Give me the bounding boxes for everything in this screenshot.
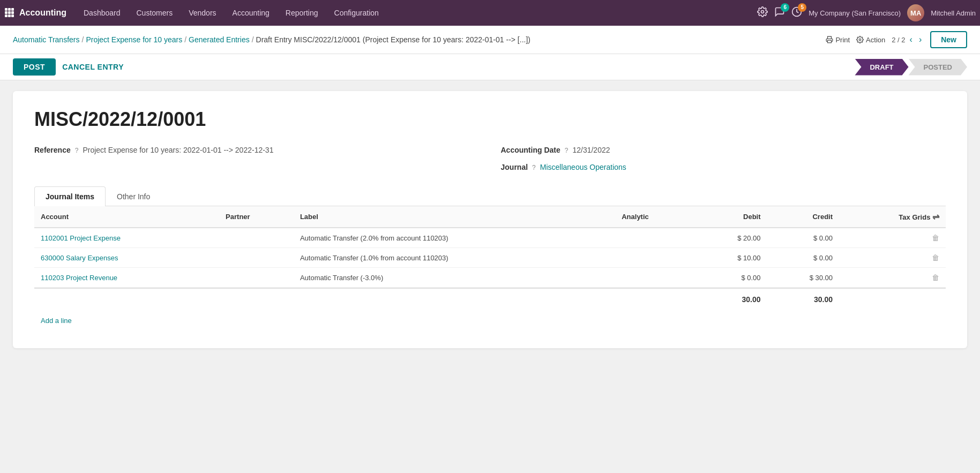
accounting-date-row: Accounting Date ? 12/31/2022 bbox=[501, 146, 946, 154]
journal-value[interactable]: Miscellaneous Operations bbox=[540, 163, 626, 171]
action-bar: POST CANCEL ENTRY DRAFT POSTED bbox=[0, 54, 980, 80]
accounting-date-label: Accounting Date bbox=[501, 146, 560, 154]
svg-rect-4 bbox=[8, 11, 11, 14]
totals-last bbox=[839, 288, 946, 310]
tab-bar: Journal Items Other Info bbox=[34, 186, 946, 206]
cell-account-0: 1102001 Project Expense bbox=[34, 228, 219, 248]
col-header-credit: Credit bbox=[767, 206, 839, 228]
cell-analytic-2 bbox=[615, 268, 695, 288]
cell-label-2: Automatic Transfer (-3.0%) bbox=[294, 268, 615, 288]
svg-point-12 bbox=[859, 39, 861, 41]
cell-debit-2: $ 0.00 bbox=[695, 268, 767, 288]
top-menu: Dashboard Customers Vendors Accounting R… bbox=[76, 5, 756, 20]
svg-point-9 bbox=[761, 10, 764, 13]
breadcrumb-link-2[interactable]: Generated Entries bbox=[189, 35, 250, 44]
col-header-debit: Debit bbox=[695, 206, 767, 228]
nav-configuration[interactable]: Configuration bbox=[327, 5, 386, 20]
delete-icon-1[interactable]: 🗑 bbox=[932, 253, 939, 262]
svg-rect-0 bbox=[5, 8, 8, 11]
form-card: MISC/2022/12/0001 Reference ? Project Ex… bbox=[13, 91, 967, 348]
avatar[interactable]: MA bbox=[907, 4, 924, 21]
table-row: 630000 Salary Expenses Automatic Transfe… bbox=[34, 248, 946, 268]
svg-rect-6 bbox=[5, 14, 8, 17]
breadcrumb: Automatic Transfers / Project Expense fo… bbox=[13, 35, 826, 44]
app-brand: Accounting bbox=[19, 8, 66, 18]
col-header-account: Account bbox=[34, 206, 219, 228]
cell-debit-0: $ 20.00 bbox=[695, 228, 767, 248]
form-col-left: Reference ? Project Expense for 10 years… bbox=[34, 146, 480, 171]
top-navigation: Accounting Dashboard Customers Vendors A… bbox=[0, 0, 980, 26]
tab-other-info[interactable]: Other Info bbox=[106, 186, 161, 206]
reference-label: Reference bbox=[34, 146, 71, 154]
breadcrumb-link-0[interactable]: Automatic Transfers bbox=[13, 35, 80, 44]
action-button[interactable]: Action bbox=[856, 36, 885, 44]
cell-analytic-0 bbox=[615, 228, 695, 248]
totals-spacer bbox=[34, 288, 695, 310]
nav-reporting[interactable]: Reporting bbox=[278, 5, 326, 20]
cell-delete-0[interactable]: 🗑 bbox=[839, 228, 946, 248]
topnav-right-area: 6 5 My Company (San Francisco) MA Mitche… bbox=[757, 4, 976, 21]
username: Mitchell Admin bbox=[931, 9, 976, 17]
total-credit: 30.00 bbox=[767, 288, 839, 310]
chat-icon-btn[interactable]: 6 bbox=[774, 6, 785, 20]
status-stepper: DRAFT POSTED bbox=[855, 59, 967, 76]
breadcrumb-sep-0: / bbox=[82, 35, 84, 44]
form-fields: Reference ? Project Expense for 10 years… bbox=[34, 146, 946, 171]
main-content: MISC/2022/12/0001 Reference ? Project Ex… bbox=[0, 80, 980, 359]
pagination-prev[interactable]: ‹ bbox=[908, 34, 915, 46]
svg-rect-8 bbox=[11, 14, 14, 17]
status-posted[interactable]: POSTED bbox=[909, 59, 967, 76]
journal-table: Account Partner Label Analytic Debit Cre… bbox=[34, 206, 946, 310]
breadcrumb-link-1[interactable]: Project Expense for 10 years bbox=[86, 35, 182, 44]
delete-icon-0[interactable]: 🗑 bbox=[932, 234, 939, 242]
nav-vendors[interactable]: Vendors bbox=[181, 5, 223, 20]
svg-rect-7 bbox=[8, 14, 11, 17]
cell-credit-1: $ 0.00 bbox=[767, 248, 839, 268]
reference-value: Project Expense for 10 years: 2022-01-01… bbox=[83, 146, 273, 154]
cell-delete-2[interactable]: 🗑 bbox=[839, 268, 946, 288]
pagination-next[interactable]: › bbox=[917, 34, 924, 46]
svg-rect-1 bbox=[8, 8, 11, 11]
breadcrumb-current: Draft Entry MISC/2022/12/0001 (Project E… bbox=[256, 35, 530, 44]
grid-menu-icon[interactable] bbox=[4, 7, 14, 19]
journal-row: Journal ? Miscellaneous Operations bbox=[501, 163, 946, 171]
cell-partner-0 bbox=[219, 228, 294, 248]
add-line-button[interactable]: Add a line bbox=[34, 312, 78, 329]
journal-help-icon: ? bbox=[532, 164, 536, 171]
form-col-right: Accounting Date ? 12/31/2022 Journal ? M… bbox=[501, 146, 946, 171]
cell-label-1: Automatic Transfer (1.0% from account 11… bbox=[294, 248, 615, 268]
table-header-row: Account Partner Label Analytic Debit Cre… bbox=[34, 206, 946, 228]
tab-journal-items[interactable]: Journal Items bbox=[34, 186, 106, 206]
cell-account-2: 110203 Project Revenue bbox=[34, 268, 219, 288]
action-bar-left: POST CANCEL ENTRY bbox=[13, 58, 124, 76]
accounting-date-value: 12/31/2022 bbox=[572, 146, 610, 154]
new-button[interactable]: New bbox=[930, 31, 967, 48]
cell-credit-0: $ 0.00 bbox=[767, 228, 839, 248]
cell-delete-1[interactable]: 🗑 bbox=[839, 248, 946, 268]
column-settings-icon[interactable]: ⇌ bbox=[932, 212, 939, 221]
delete-icon-2[interactable]: 🗑 bbox=[932, 273, 939, 282]
reference-row: Reference ? Project Expense for 10 years… bbox=[34, 146, 480, 154]
svg-rect-2 bbox=[11, 8, 14, 11]
table-row: 1102001 Project Expense Automatic Transf… bbox=[34, 228, 946, 248]
status-draft[interactable]: DRAFT bbox=[855, 59, 908, 76]
chat-badge: 6 bbox=[781, 3, 789, 12]
cell-credit-2: $ 30.00 bbox=[767, 268, 839, 288]
settings-icon-btn[interactable] bbox=[757, 6, 768, 20]
activity-badge: 5 bbox=[798, 3, 806, 12]
cell-debit-1: $ 10.00 bbox=[695, 248, 767, 268]
company-name: My Company (San Francisco) bbox=[809, 9, 901, 17]
nav-accounting[interactable]: Accounting bbox=[225, 5, 277, 20]
print-button[interactable]: Print bbox=[826, 36, 850, 44]
cell-partner-1 bbox=[219, 248, 294, 268]
svg-rect-11 bbox=[828, 40, 832, 43]
total-debit: 30.00 bbox=[695, 288, 767, 310]
nav-dashboard[interactable]: Dashboard bbox=[76, 5, 128, 20]
post-button[interactable]: POST bbox=[13, 58, 56, 76]
nav-customers[interactable]: Customers bbox=[129, 5, 181, 20]
cell-account-1: 630000 Salary Expenses bbox=[34, 248, 219, 268]
cell-partner-2 bbox=[219, 268, 294, 288]
col-header-taxgrids: Tax Grids ⇌ bbox=[839, 206, 946, 228]
activity-icon-btn[interactable]: 5 bbox=[791, 6, 802, 20]
cancel-entry-button[interactable]: CANCEL ENTRY bbox=[62, 63, 124, 71]
